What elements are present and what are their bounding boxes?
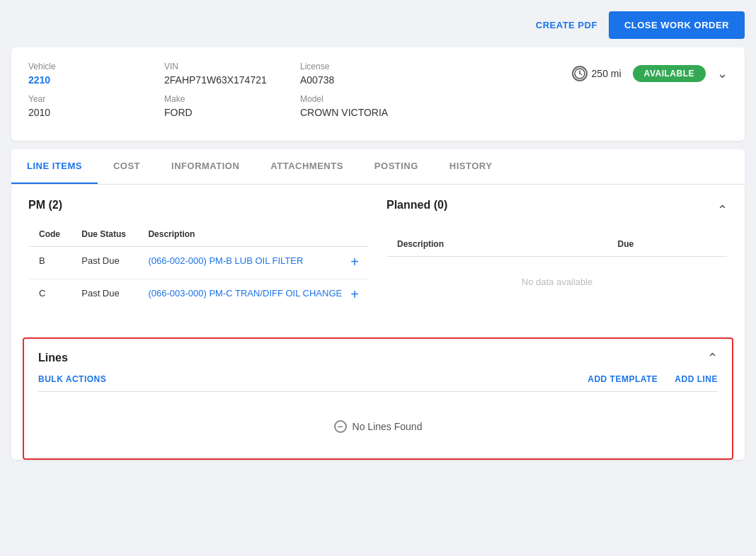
make-label: Make: [164, 94, 277, 104]
no-lines-message: − No Lines Found: [38, 406, 718, 447]
license-value: A00738: [300, 74, 413, 86]
pm-table: Code Due Status Description B Past Due (…: [28, 221, 370, 312]
pm-col-due-status: Due Status: [71, 222, 138, 247]
vehicle-expand-icon[interactable]: ⌄: [717, 67, 728, 80]
odometer-value: 250 mi: [592, 68, 622, 79]
pm-title: PM (2): [28, 199, 370, 212]
pm-row1-desc: (066-002-000) PM-B LUB OIL FILTER +: [138, 247, 369, 279]
svg-line-2: [580, 74, 582, 75]
pm-section: PM (2) Code Due Status Description B: [11, 185, 745, 326]
pm-row2-desc: (066-003-000) PM-C TRAN/DIFF OIL CHANGE …: [138, 279, 369, 312]
year-field: Year 2010: [28, 94, 142, 118]
close-work-order-button[interactable]: CLOSE WORK ORDER: [609, 11, 745, 39]
year-value: 2010: [28, 107, 142, 118]
create-pdf-button[interactable]: CREATE PDF: [536, 20, 597, 30]
content-area: PM (2) Code Due Status Description B: [11, 185, 745, 460]
pm-row1-add-icon[interactable]: +: [350, 254, 359, 270]
odometer-display: 250 mi: [572, 66, 622, 81]
planned-collapse-icon[interactable]: ⌃: [717, 202, 728, 218]
no-lines-text: No Lines Found: [353, 421, 423, 432]
pm-col-code: Code: [29, 222, 72, 247]
vin-field: VIN 2FAHP71W63X174721: [164, 62, 277, 86]
vin-value: 2FAHP71W63X174721: [164, 74, 277, 86]
lines-action-buttons: ADD TEMPLATE ADD LINE: [588, 374, 718, 384]
lines-section: Lines ⌃ BULK ACTIONS ADD TEMPLATE ADD LI…: [23, 337, 733, 460]
make-value: FORD: [164, 107, 277, 118]
odometer-icon: [572, 66, 588, 81]
planned-no-data: No data available: [387, 257, 728, 308]
table-row: B Past Due (066-002-000) PM-B LUB OIL FI…: [29, 247, 370, 279]
model-value: CROWN VICTORIA: [300, 107, 413, 118]
lines-divider: [38, 391, 718, 392]
no-lines-icon: −: [334, 420, 347, 433]
top-action-bar: CREATE PDF CLOSE WORK ORDER: [11, 11, 745, 39]
planned-table: Description Due No data available: [386, 231, 728, 308]
tab-posting[interactable]: POSTING: [359, 149, 434, 184]
status-badge: AVAILABLE: [633, 65, 706, 82]
vehicle-label: Vehicle: [28, 62, 142, 71]
pm-row2-code: C: [29, 279, 72, 312]
lines-title: Lines: [38, 352, 68, 364]
planned-section: Planned (0) ⌃ Description Due No d: [386, 199, 728, 308]
table-row: No data available: [387, 257, 728, 308]
bulk-actions-button[interactable]: BULK ACTIONS: [38, 374, 106, 384]
model-label: Model: [300, 94, 413, 104]
planned-title: Planned (0): [386, 199, 447, 212]
table-row: C Past Due (066-003-000) PM-C TRAN/DIFF …: [29, 279, 370, 312]
tab-line-items[interactable]: LINE ITEMS: [11, 149, 98, 184]
year-label: Year: [28, 94, 142, 104]
tabs-bar: LINE ITEMS COST INFORMATION ATTACHMENTS …: [11, 149, 745, 185]
pm-row2-add-icon[interactable]: +: [350, 286, 359, 303]
vin-label: VIN: [164, 62, 277, 71]
pm-row1-status: Past Due: [71, 247, 138, 279]
tab-cost[interactable]: COST: [98, 149, 156, 184]
lines-collapse-icon[interactable]: ⌃: [707, 350, 718, 366]
add-line-button[interactable]: ADD LINE: [675, 374, 718, 384]
vehicle-info-card: Vehicle 2210 VIN 2FAHP71W63X174721 Licen…: [11, 47, 745, 141]
model-field: Model CROWN VICTORIA: [300, 94, 413, 118]
vehicle-field: Vehicle 2210: [28, 62, 142, 86]
add-template-button[interactable]: ADD TEMPLATE: [588, 374, 658, 384]
tab-history[interactable]: HISTORY: [434, 149, 508, 184]
pm-row2-status: Past Due: [71, 279, 138, 312]
planned-col-description: Description: [387, 232, 608, 257]
pm-row1-code: B: [29, 247, 72, 279]
vehicle-value[interactable]: 2210: [28, 74, 142, 86]
license-label: License: [300, 62, 413, 71]
make-field: Make FORD: [164, 94, 277, 118]
tab-information[interactable]: INFORMATION: [156, 149, 255, 184]
license-field: License A00738: [300, 62, 413, 86]
pm-col-description: Description: [138, 222, 369, 247]
tab-attachments[interactable]: ATTACHMENTS: [255, 149, 359, 184]
pm-left: PM (2) Code Due Status Description B: [28, 199, 370, 312]
planned-col-due: Due: [608, 232, 728, 257]
